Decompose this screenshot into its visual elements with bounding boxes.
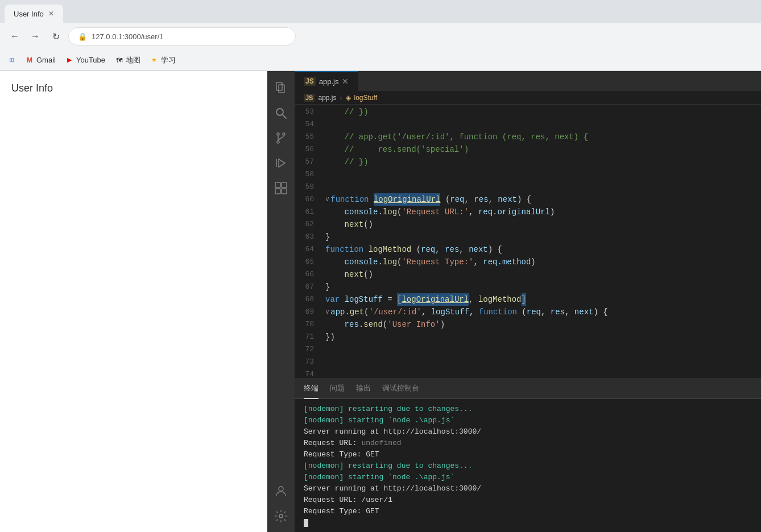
close-paren: ) bbox=[550, 206, 555, 218]
param-req2: req bbox=[421, 243, 435, 256]
address-text: 127.0.0.1:3000/user/1 bbox=[92, 32, 164, 41]
close-brace2: } bbox=[325, 281, 330, 293]
browser-tab[interactable]: User Info ✕ bbox=[5, 5, 63, 23]
ln-70: 70 bbox=[295, 318, 314, 331]
logmethod-ref: logMethod bbox=[478, 293, 522, 306]
ln-58: 58 bbox=[295, 168, 314, 181]
ln-57: 57 bbox=[295, 156, 314, 168]
tab-close-icon[interactable]: ✕ bbox=[48, 10, 54, 18]
ln-64: 64 bbox=[295, 243, 314, 256]
bracket-close: ] bbox=[522, 293, 526, 306]
ln-71: 71 bbox=[295, 331, 314, 343]
code-lines: // }) // app.get('/user/:id', function (… bbox=[323, 105, 761, 379]
terminal-line-7: [nodemon] starting `node .\app.js` bbox=[304, 472, 752, 483]
code-line-68: var logStuff = [ logOriginalUrl , logMet… bbox=[325, 293, 761, 306]
req-obj: req bbox=[478, 206, 493, 218]
param-req: req bbox=[450, 193, 464, 206]
fold-icon[interactable]: ∨ bbox=[325, 193, 329, 206]
bookmark-youtube[interactable]: ▶ YouTube bbox=[65, 56, 105, 65]
page-heading: User Info bbox=[11, 82, 255, 94]
keyword-function3: function bbox=[479, 306, 517, 318]
next-method2: next bbox=[345, 268, 364, 281]
tab-appjs[interactable]: JS app.js ✕ bbox=[295, 71, 358, 91]
search-icon[interactable] bbox=[270, 102, 292, 124]
str-request-type: 'Request Type:' bbox=[402, 256, 473, 268]
next-method: next bbox=[345, 218, 364, 231]
code-line-58 bbox=[325, 168, 761, 181]
code-token: ) { bbox=[488, 243, 502, 256]
files-icon[interactable] bbox=[270, 77, 292, 99]
nav-bar: ← → ↻ 🔒 127.0.0.1:3000/user/1 bbox=[0, 23, 761, 50]
terminal-text: Request URL: bbox=[304, 439, 361, 447]
extensions-icon[interactable] bbox=[270, 177, 292, 200]
bookmark-apps[interactable]: ⊞ bbox=[7, 56, 16, 65]
source-control-icon[interactable] bbox=[270, 127, 292, 149]
code-line-53: // }) bbox=[325, 106, 761, 118]
ln-63: 63 bbox=[295, 231, 314, 243]
code-end: ) { bbox=[593, 306, 607, 318]
code-line-59 bbox=[325, 181, 761, 193]
res-obj: res bbox=[345, 318, 359, 331]
code-token: , bbox=[489, 193, 498, 206]
bookmark-learning[interactable]: ★ 学习 bbox=[150, 55, 176, 65]
console-obj: console bbox=[345, 206, 378, 218]
account-icon[interactable] bbox=[270, 480, 292, 502]
dot: . bbox=[359, 318, 363, 331]
terminal-line-9: Request URL: /user/1 bbox=[304, 494, 752, 506]
bracket-open: [ bbox=[397, 293, 402, 306]
svg-rect-1 bbox=[279, 85, 284, 93]
bookmarks-bar: ⊞ M Gmail ▶ YouTube 🗺 地图 ★ 学习 bbox=[0, 50, 761, 70]
tab-problems[interactable]: 问题 bbox=[330, 379, 345, 399]
comma: , bbox=[435, 243, 445, 256]
address-bar[interactable]: 🔒 127.0.0.1:3000/user/1 bbox=[68, 27, 296, 45]
paren: ( bbox=[383, 318, 387, 331]
bookmark-gmail[interactable]: M Gmail bbox=[25, 56, 56, 65]
tab-close-icon[interactable]: ✕ bbox=[342, 77, 349, 86]
log-method2: log bbox=[383, 256, 397, 268]
code-indent bbox=[325, 218, 345, 231]
comma: , bbox=[469, 206, 478, 218]
logoriginalurl-ref: logOriginalUrl bbox=[402, 293, 469, 306]
settings-icon[interactable] bbox=[270, 505, 292, 527]
code-indent bbox=[325, 318, 345, 331]
run-icon[interactable] bbox=[270, 152, 292, 174]
svg-line-3 bbox=[283, 115, 286, 118]
terminal-cursor-line bbox=[304, 517, 752, 529]
learning-label: 学习 bbox=[161, 55, 176, 65]
forward-button[interactable]: → bbox=[27, 28, 43, 44]
code-line-62: next () bbox=[325, 218, 761, 231]
comma-sep: , bbox=[469, 293, 478, 306]
paren-open: ( bbox=[364, 306, 369, 318]
fold-icon2[interactable]: ∨ bbox=[325, 306, 329, 318]
comma: , bbox=[421, 306, 431, 318]
code-indent bbox=[325, 268, 345, 281]
refresh-button[interactable]: ↻ bbox=[48, 28, 64, 44]
bookmark-maps[interactable]: 🗺 地图 bbox=[114, 55, 140, 65]
code-line-74 bbox=[325, 368, 761, 379]
code-line-70: res . send ( 'User Info' ) bbox=[325, 318, 761, 331]
ln-56: 56 bbox=[295, 143, 314, 156]
ln-67: 67 bbox=[295, 281, 314, 293]
ln-59: 59 bbox=[295, 181, 314, 193]
terminal-text: Request Type: GET bbox=[304, 450, 379, 459]
str-request-url: 'Request URL:' bbox=[402, 206, 469, 218]
main-layout: User Info bbox=[0, 71, 761, 532]
editor-area: JS app.js ✕ JS app.js › ◈ logStuff 5 bbox=[295, 71, 761, 532]
ln-72: 72 bbox=[295, 343, 314, 356]
space bbox=[363, 243, 368, 256]
breadcrumb-symbol: logStuff bbox=[354, 94, 377, 102]
tab-output[interactable]: 输出 bbox=[356, 379, 371, 399]
terminal-line-4: Request URL: undefined bbox=[304, 438, 752, 449]
tab-debug-console[interactable]: 调试控制台 bbox=[382, 379, 419, 399]
terminal-line-8: Server running at http://localhost:3000/ bbox=[304, 483, 752, 494]
terminal-text: Request URL: /user/1 bbox=[304, 496, 392, 504]
terminal-content[interactable]: [nodemon] restarting due to changes... [… bbox=[295, 399, 761, 532]
parens: () bbox=[363, 218, 373, 231]
gmail-icon: M bbox=[25, 56, 34, 65]
code-token: ( bbox=[440, 193, 450, 206]
code-line-64: function logMethod ( req , res , next ) … bbox=[325, 243, 761, 256]
tab-terminal[interactable]: 终端 bbox=[304, 379, 319, 399]
code-token: // app.get('/user/:id', function (req, r… bbox=[325, 131, 588, 143]
code-editor[interactable]: 53 54 55 56 57 58 59 60 61 62 63 64 65 6… bbox=[295, 105, 761, 379]
back-button[interactable]: ← bbox=[7, 28, 23, 44]
